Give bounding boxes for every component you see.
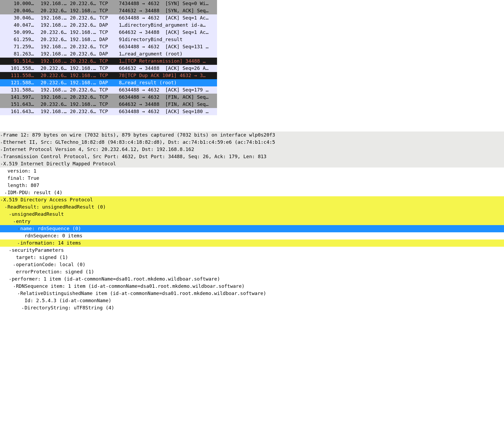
packet-proto: TCP [99,72,114,79]
tree-label: operationCode: local (0) [16,261,504,268]
tree-label: version: 1 [7,167,504,174]
packet-proto: TCP [99,58,114,65]
packet-len: 66 [114,101,125,108]
packet-row[interactable]: 8 1.263… 192.168.… 20.232.6… DAP 1… read… [0,50,217,58]
tree-row[interactable]: ▸Internet Protocol Version 4, Src: 20.23… [0,146,504,153]
packet-row[interactable]: 2 0.046… 20.232.6… 192.168.… TCP 74 4632… [0,7,217,14]
tree-row[interactable]: ▸Transmission Control Protocol, Src Port… [0,153,504,160]
packet-len: 91 [114,36,125,43]
tree-row[interactable]: target: signed (1) [0,254,504,261]
packet-dst: 192.168.… [70,72,99,79]
tree-expand-icon[interactable]: ▾ [13,220,16,224]
packet-len: 66 [114,94,125,101]
packet-no: 10 [5,65,17,72]
packet-details-tree[interactable]: ▸Frame 12: 879 bytes on wire (7032 bits)… [0,131,504,312]
packet-time: 0.099… [17,29,41,36]
tree-row[interactable]: ▾ReadResult: unsignedReadResult (0) [0,203,504,211]
tree-collapse-icon[interactable]: ▸ [0,155,3,159]
tree-collapse-icon[interactable]: ▸ [21,306,25,310]
packet-no: 5 [5,29,17,36]
packet-no: 12 [5,79,17,86]
tree-row[interactable]: errorProtection: signed (1) [0,268,504,276]
packet-dst: 20.232.6… [70,86,99,93]
packet-len: 1… [114,50,125,57]
packet-info: 34488 → 4632 [SYN] Seq=0 Wi… [125,0,217,7]
packet-src: 192.168.… [41,0,70,7]
packet-row[interactable]: 6 1.259… 20.232.6… 192.168.… DAP 91 dire… [0,36,217,43]
packet-row[interactable]: 12 1.588… 20.232.6… 192.168.… DAP 8… rea… [0,79,217,86]
tree-row[interactable]: ▾securityParameters [0,247,504,254]
packet-dst: 20.232.6… [70,94,99,101]
tree-row[interactable]: ▾performer: 1 item (id-at-commonName=dsa… [0,276,504,283]
tree-row[interactable]: ▸Frame 12: 879 bytes on wire (7032 bits)… [0,131,504,139]
tree-label: entry [16,218,504,225]
tree-expand-icon[interactable]: ▾ [9,277,12,282]
tree-expand-icon[interactable]: ▾ [0,198,3,202]
packet-no: 16 [5,108,17,115]
tree-row[interactable]: ▸DirectoryString: uTF8String (4) [0,304,504,312]
packet-row[interactable]: 4 0.047… 192.168.… 20.232.6… DAP 1… dire… [0,22,217,29]
packet-dst: 192.168.… [70,36,99,43]
tree-row[interactable]: rdnSequence: 0 items [0,232,504,240]
packet-dst: 192.168.… [70,79,99,86]
tree-expand-icon[interactable]: ▾ [17,227,20,231]
tree-row[interactable]: ▾RelativeDistinguishedName item (id-at-c… [0,290,504,297]
tree-label: DirectoryString: uTF8String (4) [25,304,504,311]
packet-no: 13 [5,86,17,93]
packet-proto: DAP [99,50,114,57]
packet-len: 66 [114,29,125,36]
packet-len: 66 [114,14,125,21]
packet-row[interactable]: 7 1.259… 192.168.… 20.232.6… TCP 66 3448… [0,43,217,50]
packet-row[interactable]: 1 0.000… 192.168.… 20.232.6… TCP 74 3448… [0,0,217,7]
packet-time: 0.046… [17,7,41,14]
tree-row[interactable]: ▸information: 14 items [0,240,504,247]
tree-row[interactable]: ▸Ethernet II, Src: GLTechno_18:82:d8 (94… [0,139,504,146]
packet-no: 4 [5,22,17,29]
tree-expand-icon[interactable]: ▾ [0,162,3,166]
tree-row[interactable]: ▸IDM-PDU: result (4) [0,189,504,196]
packet-row[interactable]: 5 0.099… 20.232.6… 192.168.… TCP 66 4632… [0,29,217,36]
tree-row[interactable]: ▾unsignedReadResult [0,211,504,218]
packet-row[interactable]: 16 1.643… 192.168.… 20.232.6… TCP 66 344… [0,108,217,115]
tree-row[interactable]: ▸operationCode: local (0) [0,261,504,268]
packet-row[interactable]: 15 1.643… 20.232.6… 192.168.… TCP 66 463… [0,101,217,108]
packet-dst: 20.232.6… [70,0,99,7]
packet-row[interactable]: 10 1.558… 20.232.6… 192.168.… TCP 66 463… [0,65,217,72]
tree-row[interactable]: version: 1 [0,167,504,175]
tree-expand-icon[interactable]: ▾ [4,205,7,210]
packet-dst: 192.168.… [70,65,99,72]
packet-list[interactable]: 1 0.000… 192.168.… 20.232.6… TCP 74 3448… [0,0,217,115]
packet-row[interactable]: 13 1.588… 192.168.… 20.232.6… TCP 66 344… [0,86,217,94]
tree-row[interactable]: final: True [0,175,504,182]
packet-row[interactable]: 11 1.558… 20.232.6… 192.168.… TCP 78 [TC… [0,72,217,79]
tree-label: errorProtection: signed (1) [16,268,504,275]
packet-len: 1… [114,22,125,29]
tree-row[interactable]: Id: 2.5.4.3 (id-at-commonName) [0,297,504,304]
packet-src: 192.168.… [41,14,70,21]
tree-collapse-icon[interactable]: ▸ [0,133,3,138]
tree-label: unsignedReadResult [12,211,504,218]
tree-row[interactable]: length: 807 [0,182,504,189]
tree-collapse-icon[interactable]: ▸ [13,263,16,267]
packet-row[interactable]: 3 0.046… 192.168.… 20.232.6… TCP 66 3448… [0,14,217,22]
packet-info: directoryBind_argument id-a… [125,22,217,29]
packet-proto: TCP [99,101,114,108]
tree-collapse-icon[interactable]: ▸ [17,241,20,246]
tree-row[interactable]: ▾RDNSequence item: 1 item (id-at-commonN… [0,283,504,290]
tree-expand-icon[interactable]: ▾ [9,213,12,217]
tree-row[interactable]: ▾name: rdnSequence (0) [0,225,504,232]
tree-expand-icon[interactable]: ▾ [13,285,16,289]
tree-collapse-icon[interactable]: ▸ [0,148,3,152]
tree-collapse-icon[interactable]: ▸ [0,141,3,145]
packet-len: 1… [114,58,125,65]
packet-row[interactable]: 9 1.514… 192.168.… 20.232.6… TCP 1… [TCP… [0,58,217,65]
tree-row[interactable]: ▾X.519 Directory Access Protocol [0,196,504,203]
tree-expand-icon[interactable]: ▾ [9,249,12,253]
tree-expand-icon[interactable]: ▾ [17,292,20,296]
tree-row[interactable]: ▾entry [0,218,504,225]
tree-row[interactable]: ▾X.519 Internet Directly Mapped Protocol [0,160,504,167]
tree-collapse-icon[interactable]: ▸ [4,191,7,195]
packet-time: 1.263… [17,50,41,57]
packet-no: 14 [5,94,17,101]
packet-row[interactable]: 14 1.597… 192.168.… 20.232.6… TCP 66 344… [0,94,217,101]
